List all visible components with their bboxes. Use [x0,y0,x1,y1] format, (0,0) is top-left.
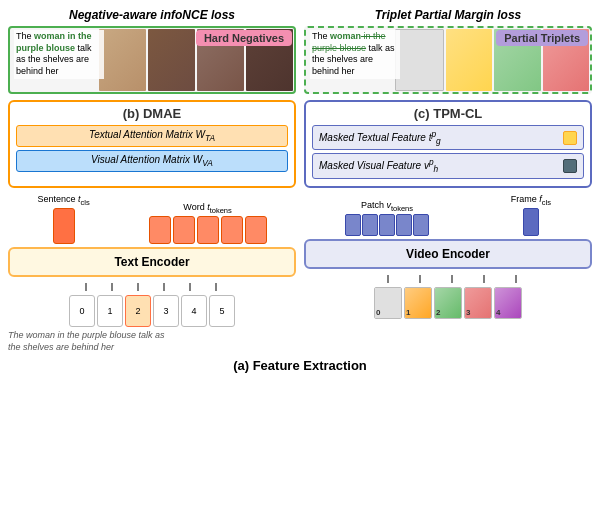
partial-triplets-badge: Partial Triplets [496,30,588,46]
right-loss-title: Triplet Partial Margin loss [304,8,592,22]
text-up-arrows [8,281,296,293]
patch-token-group: Patch vtokens [345,200,429,237]
text-encoder-section: Sentence tcls Word ttokens [8,194,296,354]
mask-icon-dark [563,159,577,173]
text-arrows-svg [72,281,232,293]
patch-tokens-display [345,214,429,236]
left-loss-section: Negative-aware infoNCE loss Hard Negativ… [8,8,296,94]
input-box-1: 1 [97,295,123,327]
word-label: Word ttokens [149,202,267,215]
patch-token-2 [362,214,378,236]
word-token-4 [221,216,243,244]
masked-textual-row: Masked Textual Feature tpg [312,125,584,150]
frame-0-label: 0 [376,308,380,317]
top-row: Negative-aware infoNCE loss Hard Negativ… [8,8,592,94]
word-token-group: Word ttokens [149,202,267,245]
input-box-3: 3 [153,295,179,327]
masked-textual-label: Masked Textual Feature tpg [319,129,441,146]
visual-attention-label: Visual Attention Matrix WVA [91,154,213,165]
main-container: Negative-aware infoNCE loss Hard Negativ… [0,0,600,520]
video-frame-0: 0 [374,287,402,319]
frame-3-label: 3 [466,308,470,317]
video-frame-3: 3 [464,287,492,319]
video-encoder-section: Patch vtokens Frame fcls [304,194,592,354]
strip-img-1 [99,29,146,91]
frame-token-display [511,208,551,236]
word-token-2 [173,216,195,244]
right-loss-section: Triplet Partial Margin loss Partial Trip… [304,8,592,94]
video-frame-1: 1 [404,287,432,319]
video-arrows-svg [368,273,528,285]
frame-2-label: 2 [436,308,440,317]
tpm-cl-title: (c) TPM-CL [312,106,584,121]
frame-token-group: Frame fcls [511,194,551,237]
video-frame-2: 2 [434,287,462,319]
dmae-box: (b) DMAE Textual Attention Matrix WTA Vi… [8,100,296,188]
word-token-3 [197,216,219,244]
video-encoder-box: Video Encoder [304,239,592,269]
sentence-token-display [37,208,89,244]
patch-label: Patch vtokens [345,200,429,213]
mask-icon-yellow [563,131,577,145]
sentence-label: Sentence tcls [37,194,89,207]
video-frame-4: 4 [494,287,522,319]
input-box-5: 5 [209,295,235,327]
textual-attention-row: Textual Attention Matrix WTA [16,125,288,147]
strip-img-2 [148,29,195,91]
masked-visual-row: Masked Visual Feature vph [312,153,584,178]
video-tokens-labels: Patch vtokens Frame fcls [304,194,592,237]
text-encoder-box: Text Encoder [8,247,296,277]
frame-4-label: 4 [496,308,500,317]
masked-visual-label: Masked Visual Feature vph [319,157,438,174]
visual-attention-row: Visual Attention Matrix WVA [16,150,288,172]
dmae-title: (b) DMAE [16,106,288,121]
strip-img-5 [395,29,444,91]
word-tokens-display [149,216,267,244]
video-up-arrows [304,273,592,285]
input-box-4: 4 [181,295,207,327]
textual-attention-label: Textual Attention Matrix WTA [89,129,215,140]
middle-row: (b) DMAE Textual Attention Matrix WTA Vi… [8,100,592,188]
patch-token-1 [345,214,361,236]
bottom-row: Sentence tcls Word ttokens [8,194,592,354]
word-token-5 [245,216,267,244]
tpm-cl-box: (c) TPM-CL Masked Textual Feature tpg Ma… [304,100,592,188]
text-tokens-labels: Sentence tcls Word ttokens [8,194,296,245]
left-text-overlay: The woman in the purple blouse talk as t… [14,30,104,79]
strip-img-6 [446,29,493,91]
text-caption: The woman in the purple blouse talk asth… [8,330,296,353]
hard-negatives-badge: Hard Negatives [196,30,292,46]
frame-label: Frame fcls [511,194,551,207]
right-text-normal: The [312,31,330,41]
left-text-normal: The [16,31,34,41]
sentence-token-group: Sentence tcls [37,194,89,245]
frame-1-label: 1 [406,308,410,317]
right-text-overlay: The woman in the purple blouse talk as t… [310,30,400,79]
bottom-title: (a) Feature Extraction [8,358,592,373]
frame-token-block [523,208,539,236]
input-box-2: 2 [125,295,151,327]
patch-token-3 [379,214,395,236]
word-token-1 [149,216,171,244]
text-input-boxes: 0 1 2 3 4 5 [8,295,296,327]
input-box-0: 0 [69,295,95,327]
left-loss-title: Negative-aware infoNCE loss [8,8,296,22]
sentence-token-block [53,208,75,244]
video-frames-row: 0 1 2 3 4 [304,287,592,319]
patch-token-4 [396,214,412,236]
patch-token-5 [413,214,429,236]
right-text-green: woman [330,31,361,41]
